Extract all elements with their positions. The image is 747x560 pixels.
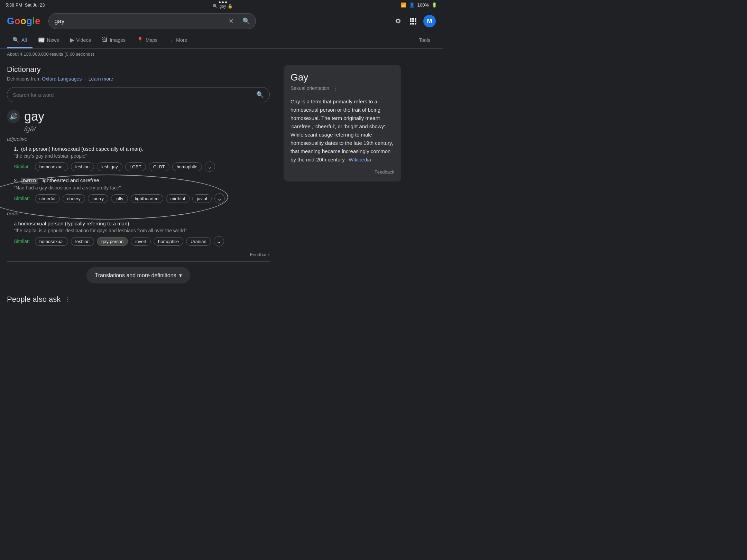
images-icon: 🖼 <box>102 37 108 43</box>
nav-tabs: 🔍 All 📰 News ▶ Videos 🖼 Images 📍 Maps ⋮ … <box>0 32 443 49</box>
similar-tag[interactable]: homosexual <box>35 162 68 171</box>
tab-all[interactable]: 🔍 All <box>7 32 33 48</box>
tab-more-label: More <box>176 37 187 43</box>
word-search-input[interactable] <box>13 92 253 98</box>
header-actions: ⚙ M <box>394 15 436 27</box>
noun-definition-1: a homosexual person (typically referring… <box>7 221 270 246</box>
tab-images[interactable]: 🖼 Images <box>96 33 131 48</box>
definition-1: 1. (of a person) homosexual (used especi… <box>7 146 270 172</box>
tab-tools[interactable]: Tools <box>413 33 436 48</box>
search-bar: ✕ 🔍 <box>48 13 256 29</box>
wikipedia-link[interactable]: Wikipedia <box>349 157 371 162</box>
svg-rect-7 <box>412 23 414 25</box>
svg-rect-6 <box>410 23 412 25</box>
similar-tag[interactable]: mirthful <box>166 194 190 203</box>
learn-more-link[interactable]: Learn more <box>89 76 113 82</box>
word-entry: 🔊 gay /gā/ adjective 1. (of a person) ho… <box>7 109 270 204</box>
similar-tag[interactable]: cheery <box>63 194 85 203</box>
tab-maps-label: Maps <box>146 37 157 43</box>
search-input[interactable] <box>54 18 226 25</box>
google-logo: Google <box>7 16 40 27</box>
similar-tag[interactable]: lighthearted <box>131 194 163 203</box>
people-also-ask: People also ask ⋮ <box>7 295 270 304</box>
similar-tag-more-2[interactable]: ⌄ <box>214 193 225 204</box>
similar-tag[interactable]: jolly <box>111 194 128 203</box>
apps-button[interactable] <box>408 16 418 26</box>
similar-tag[interactable]: jovial <box>192 194 212 203</box>
news-icon: 📰 <box>38 37 45 43</box>
tab-images-label: Images <box>110 37 126 43</box>
definition-1-similar: Similar: homosexual lesbian lesbigay LGB… <box>14 161 270 172</box>
noun-similar-label: Similar: <box>14 239 30 244</box>
battery-icon: 🔋 <box>432 2 437 8</box>
svg-rect-8 <box>415 23 416 25</box>
word-search-button[interactable]: 🔍 <box>256 91 264 99</box>
kp-more-button[interactable]: ⋮ <box>332 84 338 92</box>
oxford-languages-link[interactable]: Oxford Languages <box>42 76 82 82</box>
similar-tag[interactable]: homophile <box>154 237 183 246</box>
more-icon: ⋮ <box>168 37 174 43</box>
kp-title: Gay <box>290 72 394 83</box>
definition-2: 2. DATED lighthearted and carefree. "Nan… <box>7 177 270 204</box>
audio-button[interactable]: 🔊 <box>7 110 20 123</box>
word-search-bar: 🔍 <box>7 87 270 102</box>
similar-tag-highlighted[interactable]: gay person <box>97 237 128 246</box>
status-bar-center: 🔍 gay 🔒 <box>213 1 232 9</box>
similar-tag-more-noun[interactable]: ⌄ <box>214 236 224 246</box>
tab-more[interactable]: ⋮ More <box>163 32 193 48</box>
settings-button[interactable]: ⚙ <box>394 16 403 27</box>
definition-1-example: "the city's gay and lesbian people" <box>14 153 270 159</box>
svg-rect-1 <box>412 18 414 20</box>
tab-news-label: News <box>47 37 59 43</box>
tab-news[interactable]: 📰 News <box>33 32 65 48</box>
noun-section: noun a homosexual person (typically refe… <box>7 211 270 246</box>
similar-tag[interactable]: cheerful <box>35 194 60 203</box>
noun-definition-text: a homosexual person (typically referring… <box>14 221 270 226</box>
section-divider-2 <box>7 289 270 289</box>
similar-tag[interactable]: lesbian <box>71 162 94 171</box>
kp-description: Gay is a term that primarily refers to a… <box>290 97 394 164</box>
kp-feedback[interactable]: Feedback <box>290 169 394 175</box>
similar-tag[interactable]: homosexual <box>35 237 68 246</box>
similar-tag[interactable]: homophile <box>172 162 202 171</box>
all-icon: 🔍 <box>12 37 19 43</box>
status-url: 🔍 gay 🔒 <box>213 4 232 9</box>
knowledge-panel: Gay Sexual orientation ⋮ Gay is a term t… <box>284 65 401 181</box>
similar-tag[interactable]: GLBT <box>149 162 169 171</box>
similar-tag[interactable]: Uranian <box>186 237 211 246</box>
definition-2-number: 2. DATED lighthearted and carefree. <box>14 177 270 184</box>
similar-tag-more-1[interactable]: ⌄ <box>205 161 215 172</box>
definition-2-text: lighthearted and carefree. <box>42 177 101 183</box>
similar-label-2: Similar: <box>14 196 30 201</box>
clear-button[interactable]: ✕ <box>229 17 234 25</box>
tab-all-label: All <box>21 37 27 43</box>
definition-1-text: (of a person) homosexual (used especiall… <box>21 146 144 152</box>
svg-rect-4 <box>412 20 414 22</box>
svg-rect-3 <box>410 20 412 22</box>
tab-videos[interactable]: ▶ Videos <box>65 32 97 48</box>
user-avatar[interactable]: M <box>423 15 436 27</box>
similar-tag[interactable]: invert <box>131 237 151 246</box>
search-button[interactable]: 🔍 <box>242 17 250 25</box>
translations-button[interactable]: Translations and more definitions ▾ <box>86 267 190 283</box>
videos-icon: ▶ <box>70 37 74 43</box>
word-text: gay <box>24 109 44 124</box>
similar-tag[interactable]: LGBT <box>125 162 146 171</box>
definition-2-example: "Nan had a gay disposition and a very pr… <box>14 185 270 190</box>
feedback-link[interactable]: Feedback <box>7 252 270 257</box>
definition-2-similar: Similar: cheerful cheery merry jolly lig… <box>14 193 270 204</box>
definition-1-number: 1. (of a person) homosexual (used especi… <box>14 146 270 152</box>
people-ask-more-button[interactable]: ⋮ <box>65 296 71 303</box>
person-icon: 👤 <box>409 2 415 8</box>
header: Google ✕ 🔍 ⚙ M <box>0 10 443 32</box>
similar-tag[interactable]: lesbian <box>71 237 94 246</box>
svg-rect-0 <box>410 18 412 20</box>
section-divider <box>7 261 270 262</box>
similar-tag[interactable]: merry <box>88 194 108 203</box>
similar-tag[interactable]: lesbigay <box>97 162 122 171</box>
search-bar-container: ✕ 🔍 <box>48 13 256 29</box>
status-dots <box>219 1 227 3</box>
tab-maps[interactable]: 📍 Maps <box>131 32 163 48</box>
main-layout: Dictionary Definitions from Oxford Langu… <box>0 59 443 309</box>
similar-label-1: Similar: <box>14 164 30 169</box>
